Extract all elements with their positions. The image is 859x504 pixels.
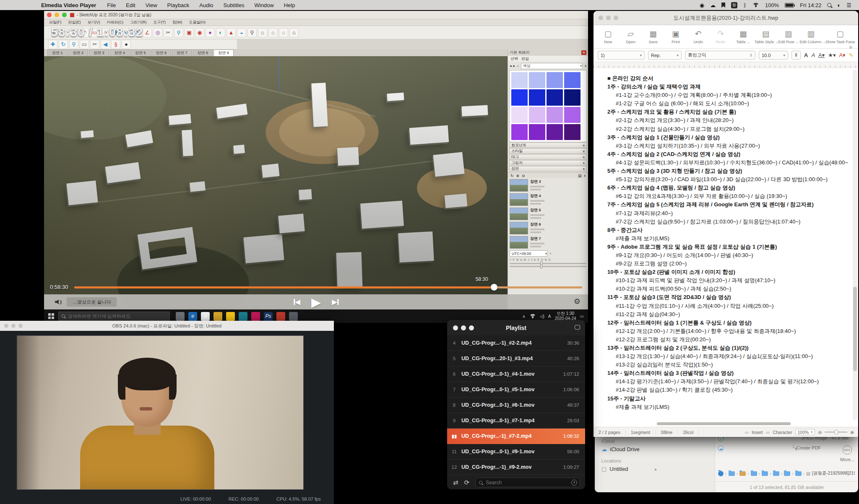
menubar-menu-item[interactable]: Subtitles — [224, 2, 245, 8]
taskbar-app-icon[interactable] — [226, 312, 235, 321]
scene-list-item[interactable]: 장면 6 — [508, 221, 588, 235]
taskbar-app-icon[interactable] — [276, 312, 285, 321]
scene-tab[interactable]: 장면 2 — [68, 49, 89, 56]
effect-icon[interactable]: ★▾ — [828, 52, 836, 58]
playlist-row[interactable]: 9 UD_CG-Progr...0-1)_#7-1.mp4 29:03 — [447, 413, 585, 429]
sketchup-menu-item[interactable]: 보기(V) — [88, 20, 100, 25]
paint-sample-icon[interactable]: ◑ — [584, 64, 586, 68]
hwp-document-window[interactable]: 도시설계표현응용(2020-1)-강의리스트.hwp ▢New ▱Open ▦S… — [593, 11, 858, 437]
color-swatch[interactable] — [564, 107, 580, 123]
scene-tab[interactable]: 장면 9 — [213, 49, 234, 56]
color-swatch[interactable] — [511, 107, 528, 123]
notification-center-icon[interactable]: ☰ — [846, 2, 851, 8]
highlight-icon[interactable]: ✎ — [849, 52, 854, 58]
font-size-select[interactable]: 10.0▾ — [759, 51, 788, 60]
tray-section-bar[interactable]: 컴포넌트▾ — [509, 143, 587, 148]
playlist-row[interactable]: 12 UD_CG-Progr...-1)_#9-2.mov 1:09:27 — [447, 460, 585, 475]
finder-path-bar[interactable]: › › › › › › › › ▤ [권형준-21925998]21925998… — [718, 469, 855, 478]
close-button[interactable] — [47, 13, 52, 17]
hwp-document-page[interactable]: ■ 온라인 강의 순서1주 - 강의소개 / 실습 및 재택수업 과제#1-1강… — [593, 68, 851, 422]
insert-mode-label[interactable]: Insert — [752, 430, 763, 435]
zoom-button[interactable] — [62, 13, 67, 17]
sketchup-menu-item[interactable]: 카메라(C) — [107, 20, 124, 25]
input-source-icon[interactable]: 한 — [731, 2, 737, 8]
tray-ime-icon[interactable]: A — [548, 314, 551, 319]
hwp-toolbar-button[interactable]: ↶Undo — [687, 29, 710, 44]
cloud-icon[interactable]: ☁ — [710, 2, 716, 8]
color-swatch[interactable] — [529, 124, 545, 140]
previous-button[interactable]: ◀ — [294, 298, 300, 307]
sketchup-tool-icon[interactable]: ● — [206, 28, 215, 37]
eject-icon[interactable]: ▲ — [653, 467, 657, 471]
color-swatch[interactable] — [511, 89, 528, 105]
taskbar-app-icon[interactable] — [289, 312, 298, 321]
tray-section-bar[interactable]: 스타일▾ — [509, 148, 587, 154]
sketchup-menu-item[interactable]: 도구(T) — [154, 20, 166, 25]
color-swatch[interactable] — [529, 72, 545, 88]
color-swatch[interactable] — [529, 107, 545, 123]
scene-tab[interactable]: 장면 4 — [110, 49, 130, 56]
taskbar-app-icon[interactable]: e — [188, 312, 197, 321]
tray-volume-icon[interactable]: ◁) — [540, 314, 544, 319]
playlist-row[interactable]: 8 UD_CG-Progr...0-1)_#6-1.mov 49:37 — [447, 397, 585, 413]
bold-icon[interactable]: A — [804, 52, 808, 58]
sketchup-3d-viewport[interactable] — [44, 56, 508, 309]
shuffle-icon[interactable]: ⇄ — [453, 479, 458, 486]
sketchup-menu-item[interactable]: 그리기(R) — [130, 20, 147, 25]
scene-list-item[interactable]: 장면 5 — [508, 207, 588, 221]
more-button[interactable]: ••• More... — [840, 445, 854, 462]
sketchup-tool-icon[interactable]: ↻ — [59, 40, 68, 49]
tray-close-icon[interactable]: ✕ — [581, 50, 586, 55]
zoom-slider[interactable] — [825, 431, 847, 433]
menubar-menu-item[interactable]: Playback — [167, 2, 190, 8]
scene-list-item[interactable]: 장면 7 — [508, 235, 588, 249]
taskbar-app-icon[interactable]: ◉ — [201, 312, 210, 321]
menubar-menu-item[interactable]: Edit — [126, 2, 135, 8]
playlist-row[interactable]: 11 UD_CG-Progr...0-1)_#9-1.mov 56:00 — [447, 444, 585, 460]
hwp-toolbar-button[interactable]: ▥Edit Column ⌄ — [800, 29, 823, 44]
player-progress-knob[interactable] — [491, 284, 497, 291]
path-file-name[interactable]: [권형준-21925998]21925998 권형준 최 — [812, 470, 855, 476]
action-center-icon[interactable]: ▭ — [580, 314, 584, 319]
zoom-level-select[interactable]: 100%▾ — [795, 429, 815, 435]
sketchup-tool-icon[interactable]: ⌂ — [268, 28, 278, 37]
tray-section-bar[interactable]: 그림자▾ — [509, 160, 587, 166]
menubar-menu-item[interactable]: Audio — [199, 2, 213, 8]
home-icon[interactable]: ⌂ — [517, 64, 519, 68]
sketchup-tool-icon[interactable]: ✂ — [90, 40, 99, 49]
taskbar-app-icon[interactable] — [239, 312, 247, 321]
menubar-menu-item[interactable]: View — [146, 2, 157, 8]
hwp-toolbar-button[interactable]: ↷Redo — [709, 29, 732, 44]
menubar-menu-item[interactable]: Help — [284, 2, 295, 8]
sketchup-tool-icon[interactable]: ⌂ — [258, 28, 267, 37]
color-swatch[interactable] — [547, 89, 563, 105]
create-pdf-button[interactable]: Create PDF — [796, 445, 821, 462]
color-swatch[interactable] — [547, 124, 563, 140]
toolbar-overflow-chevron[interactable]: » — [849, 44, 852, 50]
sketchup-tool-icon[interactable]: ⌂ — [279, 28, 288, 37]
taskbar-app-icon[interactable]: Ps — [264, 312, 273, 321]
hwp-toolbar-button[interactable]: ▣Print — [664, 29, 687, 44]
color-swatch[interactable] — [564, 89, 580, 105]
color-swatch[interactable] — [529, 89, 545, 105]
remove-scene-icon[interactable]: ⊖ — [522, 174, 525, 178]
path-folder-icon[interactable] — [751, 471, 757, 476]
scene-tab[interactable]: 장면 7 — [172, 49, 192, 56]
size-stepper[interactable]: ⇕ — [791, 51, 801, 60]
playlist-window[interactable]: Playlist 4 UD_CG-Progr...-1)_#2-2.mp4 30… — [447, 320, 585, 489]
tray-wifi-icon[interactable] — [529, 314, 536, 319]
path-folder-icon[interactable] — [773, 471, 779, 476]
sketchup-tool-icon[interactable]: ⌂ — [289, 28, 299, 37]
menubar-menu-item[interactable]: File — [107, 2, 116, 8]
scene-tab[interactable]: 장면 3 — [89, 49, 109, 56]
color-swatch[interactable] — [511, 72, 528, 88]
italic-icon[interactable]: A — [811, 52, 815, 58]
scene-tab[interactable]: 장면 6 — [151, 49, 172, 56]
playlist-search-box[interactable]: ▾ — [475, 478, 580, 487]
sketchup-tool-icon[interactable]: ▭ — [80, 40, 89, 49]
play-button[interactable]: ▶ — [311, 295, 321, 309]
siri-icon[interactable]: ◐ — [837, 2, 841, 8]
obs-webcam-preview[interactable] — [17, 335, 304, 490]
sketchup-tool-icon[interactable]: § — [111, 40, 120, 49]
windows-start-icon[interactable] — [48, 313, 54, 319]
